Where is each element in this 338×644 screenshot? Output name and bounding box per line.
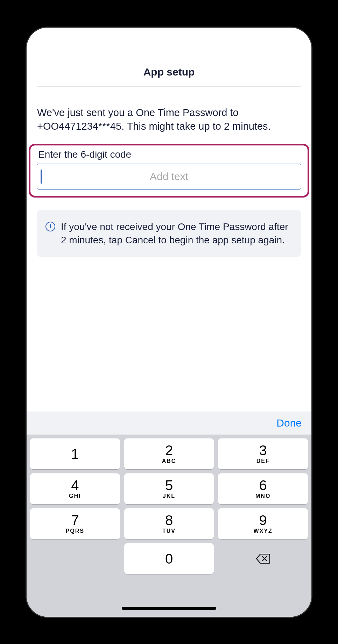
backspace-icon — [256, 553, 270, 564]
info-icon: i — [45, 222, 55, 231]
key-4[interactable]: 4 GHI — [30, 473, 120, 504]
key-0[interactable]: 0 — [124, 543, 214, 574]
info-text: If you've not received your One Time Pas… — [61, 220, 293, 247]
key-backspace[interactable] — [218, 543, 308, 574]
key-1[interactable]: 1 — [30, 438, 120, 469]
key-7[interactable]: 7 PQRS — [30, 508, 120, 539]
key-spacer — [30, 543, 120, 574]
key-2[interactable]: 2 ABC — [124, 438, 214, 469]
keypad: 1 2 ABC 3 DEF 4 GHI 5 JKL — [27, 435, 311, 574]
numeric-keyboard: Done 1 2 ABC 3 DEF 4 GHI — [27, 412, 311, 617]
code-input-section: Enter the 6-digit code Add text — [29, 144, 309, 198]
keyboard-done-button[interactable]: Done — [276, 417, 302, 429]
page-title: App setup — [37, 66, 301, 78]
code-input[interactable]: Add text — [37, 164, 301, 189]
key-9[interactable]: 9 WXYZ — [218, 508, 308, 539]
home-indicator[interactable] — [122, 607, 216, 610]
text-cursor — [41, 170, 42, 184]
header: App setup — [37, 28, 301, 87]
info-banner: i If you've not received your One Time P… — [37, 210, 301, 257]
key-8[interactable]: 8 TUV — [124, 508, 214, 539]
phone-frame: App setup We've just sent you a One Time… — [27, 28, 311, 617]
key-5[interactable]: 5 JKL — [124, 473, 214, 504]
otp-message: We've just sent you a One Time Password … — [27, 87, 311, 144]
keyboard-toolbar: Done — [27, 412, 311, 435]
code-input-label: Enter the 6-digit code — [37, 149, 301, 160]
code-input-placeholder: Add text — [37, 171, 301, 183]
key-3[interactable]: 3 DEF — [218, 438, 308, 469]
key-6[interactable]: 6 MNO — [218, 473, 308, 504]
